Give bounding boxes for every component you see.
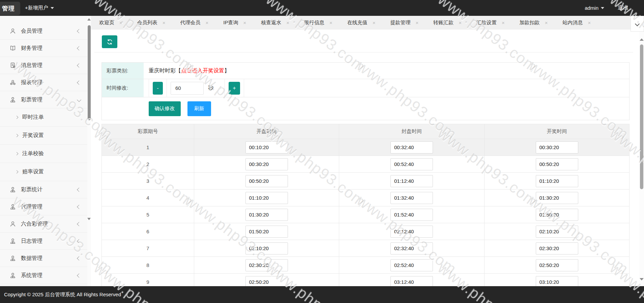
sidebar-subitem[interactable]: 注单校验: [0, 145, 87, 163]
sidebar-item[interactable]: 系统管理: [0, 267, 87, 284]
close-time-input[interactable]: [390, 141, 433, 154]
seconds-input[interactable]: [171, 82, 204, 95]
add-user-button[interactable]: +新增用户: [25, 0, 54, 16]
open-time-input[interactable]: [245, 175, 288, 187]
draw-time-input[interactable]: [536, 158, 578, 170]
tab-label[interactable]: 转账汇款: [433, 20, 453, 26]
tab[interactable]: 会员列表 ×: [137, 20, 166, 26]
scroll-down-arrow-icon[interactable]: [87, 218, 91, 220]
header-draw-time: 开奖时间: [485, 124, 629, 139]
sidebar-subitem[interactable]: 开奖设置: [0, 127, 87, 145]
tab-label[interactable]: 代理会员: [180, 20, 201, 26]
sidebar-item[interactable]: 彩票管理: [0, 91, 87, 108]
tab[interactable]: 提款管理 ×: [390, 20, 419, 26]
tab-label[interactable]: 汇款设置: [476, 20, 497, 26]
draw-time-input[interactable]: [536, 141, 578, 154]
tab[interactable]: 代理会员 ×: [180, 20, 209, 26]
tab[interactable]: 核查返水 ×: [261, 20, 289, 26]
tab-close-icon[interactable]: ×: [119, 20, 122, 26]
close-time-input[interactable]: [390, 158, 433, 170]
tab-label[interactable]: 欢迎页: [99, 20, 114, 26]
tab[interactable]: 银行信息 ×: [304, 20, 332, 26]
tab-close-icon[interactable]: ×: [416, 20, 419, 26]
open-time-input[interactable]: [245, 242, 288, 255]
table-row: 9: [102, 274, 629, 286]
tab-label[interactable]: 站内消息: [563, 20, 583, 26]
tab[interactable]: 站内消息 ×: [563, 20, 591, 26]
draw-time-input[interactable]: [536, 259, 578, 271]
scroll-down-arrow-icon[interactable]: [640, 278, 644, 280]
open-time-input[interactable]: [245, 276, 288, 287]
tab-label[interactable]: 在线充值: [347, 20, 368, 26]
open-draw-settings-link[interactable]: 点击进入开奖设置: [181, 67, 224, 74]
draw-time-input[interactable]: [536, 192, 578, 204]
sidebar-subitem[interactable]: 赔率设置: [0, 163, 87, 181]
close-time-input[interactable]: [390, 276, 433, 287]
tab-close-icon[interactable]: ×: [286, 20, 289, 26]
scroll-up-arrow-icon[interactable]: [87, 18, 91, 21]
open-time-input[interactable]: [245, 141, 288, 154]
sidebar-item[interactable]: 日志管理: [0, 233, 87, 250]
sidebar-subitem[interactable]: 即时注单: [0, 108, 87, 127]
close-time-input[interactable]: [390, 259, 433, 271]
tab-close-icon[interactable]: ×: [459, 20, 462, 26]
draw-time-input[interactable]: [536, 209, 578, 221]
tab[interactable]: 转账汇款 ×: [433, 20, 462, 26]
tab-label[interactable]: 提款管理: [390, 20, 411, 26]
draw-time-input[interactable]: [536, 226, 578, 238]
tab-dropdown-button[interactable]: [631, 16, 644, 32]
tab[interactable]: IP查询 ×: [223, 20, 246, 26]
plus-button[interactable]: +: [229, 82, 240, 95]
tab-close-icon[interactable]: ×: [502, 20, 505, 26]
tab-close-icon[interactable]: ×: [206, 20, 209, 26]
tab-label[interactable]: 核查返水: [261, 20, 281, 26]
sidebar-item[interactable]: 六合彩管理: [0, 215, 87, 233]
tab[interactable]: 欢迎页 ×: [99, 20, 122, 26]
tab[interactable]: 加款扣款 ×: [520, 20, 548, 26]
sidebar-item[interactable]: 数据管理: [0, 250, 87, 267]
content-scrollbar-thumb[interactable]: [640, 44, 643, 189]
close-time-input[interactable]: [390, 226, 433, 238]
tab-close-icon[interactable]: ×: [588, 20, 591, 26]
sidebar-item[interactable]: 会员管理: [0, 23, 87, 40]
content-scrollbar[interactable]: [639, 30, 644, 286]
tab-close-icon[interactable]: ×: [545, 20, 548, 26]
refresh-button[interactable]: [102, 35, 117, 48]
sidebar-item[interactable]: 代理管理: [0, 198, 87, 215]
tab-label[interactable]: 加款扣款: [520, 20, 540, 26]
close-time-input[interactable]: [390, 175, 433, 187]
draw-time-input[interactable]: [536, 175, 578, 187]
close-time-input[interactable]: [390, 242, 433, 255]
caret-down-icon: [51, 7, 54, 9]
sidebar-item[interactable]: 财务管理: [0, 40, 87, 57]
sidebar-item[interactable]: 彩票统计: [0, 181, 87, 198]
tab-label[interactable]: 银行信息: [304, 20, 324, 26]
sidebar-scrollbar-thumb[interactable]: [88, 25, 91, 120]
tab-close-icon[interactable]: ×: [373, 20, 376, 26]
sidebar-item[interactable]: 消息管理: [0, 57, 87, 74]
sidebar-item[interactable]: 报表管理: [0, 74, 87, 91]
sidebar-scrollbar[interactable]: [87, 16, 91, 286]
open-time-input[interactable]: [245, 226, 288, 238]
confirm-button[interactable]: 确认修改: [149, 101, 181, 116]
tab-close-icon[interactable]: ×: [163, 20, 166, 26]
open-time-input[interactable]: [245, 209, 288, 221]
minus-button[interactable]: -: [153, 82, 163, 95]
tab-label[interactable]: IP查询: [223, 20, 238, 26]
close-time-input[interactable]: [390, 209, 433, 221]
user-menu[interactable]: admin: [585, 0, 604, 16]
open-time-input[interactable]: [245, 158, 288, 170]
tab[interactable]: 在线充值 ×: [347, 20, 376, 26]
scroll-up-arrow-icon[interactable]: [640, 38, 644, 41]
refresh-form-button[interactable]: 刷新: [187, 101, 211, 116]
draw-time-input[interactable]: [536, 242, 578, 255]
tab-label[interactable]: 会员列表: [137, 20, 157, 26]
tab-close-icon[interactable]: ×: [243, 20, 246, 26]
draw-time-input[interactable]: [536, 276, 578, 287]
open-time-input[interactable]: [245, 259, 288, 271]
open-time-input[interactable]: [245, 192, 288, 204]
close-time-input[interactable]: [390, 192, 433, 204]
tab[interactable]: 汇款设置 ×: [476, 20, 505, 26]
tab-close-icon[interactable]: ×: [329, 20, 332, 26]
logout-button[interactable]: 退出: [618, 0, 628, 16]
